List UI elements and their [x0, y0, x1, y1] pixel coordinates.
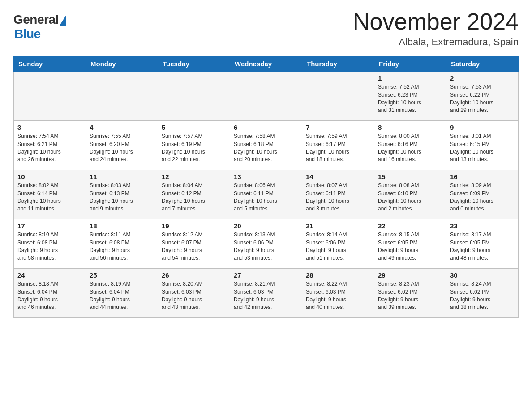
calendar-cell — [86, 72, 158, 121]
calendar-subtitle: Albala, Extremadura, Spain — [353, 36, 519, 48]
calendar-cell: 2Sunrise: 7:53 AM Sunset: 6:22 PM Daylig… — [446, 72, 519, 121]
calendar-cell: 28Sunrise: 8:22 AM Sunset: 6:03 PM Dayli… — [302, 269, 374, 318]
calendar-cell: 27Sunrise: 8:21 AM Sunset: 6:03 PM Dayli… — [230, 269, 302, 318]
day-number: 14 — [306, 173, 370, 180]
day-number: 6 — [234, 124, 298, 131]
calendar-cell: 1Sunrise: 7:52 AM Sunset: 6:23 PM Daylig… — [374, 72, 446, 121]
calendar-cell: 4Sunrise: 7:55 AM Sunset: 6:20 PM Daylig… — [86, 121, 158, 170]
day-number: 10 — [17, 173, 82, 180]
calendar-cell — [230, 72, 302, 121]
day-number: 7 — [306, 124, 370, 131]
day-number: 8 — [378, 124, 442, 131]
calendar-cell — [14, 72, 86, 121]
calendar-cell: 20Sunrise: 8:13 AM Sunset: 6:06 PM Dayli… — [230, 219, 302, 269]
calendar-cell: 12Sunrise: 8:04 AM Sunset: 6:12 PM Dayli… — [158, 170, 230, 219]
day-number: 21 — [306, 222, 370, 230]
day-number: 27 — [234, 271, 298, 279]
calendar-cell: 8Sunrise: 8:00 AM Sunset: 6:16 PM Daylig… — [374, 121, 446, 170]
day-info: Sunrise: 7:58 AM Sunset: 6:18 PM Dayligh… — [234, 133, 277, 163]
day-number: 3 — [17, 124, 82, 131]
day-info: Sunrise: 7:57 AM Sunset: 6:19 PM Dayligh… — [162, 133, 205, 163]
day-number: 5 — [162, 124, 226, 131]
day-number: 19 — [162, 222, 226, 230]
calendar-cell: 23Sunrise: 8:17 AM Sunset: 6:05 PM Dayli… — [446, 219, 519, 269]
logo-general-text: General — [13, 13, 59, 27]
day-info: Sunrise: 8:13 AM Sunset: 6:06 PM Dayligh… — [234, 231, 275, 261]
calendar-cell: 9Sunrise: 8:01 AM Sunset: 6:15 PM Daylig… — [446, 121, 519, 170]
day-number: 30 — [450, 271, 515, 279]
day-info: Sunrise: 8:21 AM Sunset: 6:03 PM Dayligh… — [234, 281, 275, 310]
weekday-header-friday: Friday — [374, 56, 446, 72]
calendar-cell: 29Sunrise: 8:23 AM Sunset: 6:02 PM Dayli… — [374, 269, 446, 318]
calendar-cell: 17Sunrise: 8:10 AM Sunset: 6:08 PM Dayli… — [14, 219, 86, 269]
calendar-cell — [302, 72, 374, 121]
page-header: General Blue November 2024 Albala, Extre… — [13, 9, 519, 48]
logo-triangle-icon — [60, 16, 66, 26]
day-info: Sunrise: 8:11 AM Sunset: 6:08 PM Dayligh… — [90, 231, 130, 261]
calendar-cell: 21Sunrise: 8:14 AM Sunset: 6:06 PM Dayli… — [302, 219, 374, 269]
day-info: Sunrise: 7:59 AM Sunset: 6:17 PM Dayligh… — [306, 133, 349, 163]
weekday-header-wednesday: Wednesday — [230, 56, 302, 72]
calendar-cell: 7Sunrise: 7:59 AM Sunset: 6:17 PM Daylig… — [302, 121, 374, 170]
calendar-cell: 15Sunrise: 8:08 AM Sunset: 6:10 PM Dayli… — [374, 170, 446, 219]
day-number: 23 — [450, 222, 515, 230]
calendar-cell: 16Sunrise: 8:09 AM Sunset: 6:09 PM Dayli… — [446, 170, 519, 219]
day-number: 2 — [450, 74, 515, 82]
calendar-cell: 13Sunrise: 8:06 AM Sunset: 6:11 PM Dayli… — [230, 170, 302, 219]
calendar-cell: 30Sunrise: 8:24 AM Sunset: 6:02 PM Dayli… — [446, 269, 519, 318]
day-number: 16 — [450, 173, 515, 180]
day-info: Sunrise: 8:06 AM Sunset: 6:11 PM Dayligh… — [234, 182, 277, 212]
calendar-week-row: 17Sunrise: 8:10 AM Sunset: 6:08 PM Dayli… — [14, 219, 519, 269]
day-info: Sunrise: 8:22 AM Sunset: 6:03 PM Dayligh… — [306, 281, 347, 310]
day-info: Sunrise: 8:01 AM Sunset: 6:15 PM Dayligh… — [450, 133, 493, 163]
day-info: Sunrise: 8:17 AM Sunset: 6:05 PM Dayligh… — [450, 231, 491, 261]
logo-blue-text: Blue — [14, 27, 41, 41]
calendar-cell: 11Sunrise: 8:03 AM Sunset: 6:13 PM Dayli… — [86, 170, 158, 219]
calendar-cell: 19Sunrise: 8:12 AM Sunset: 6:07 PM Dayli… — [158, 219, 230, 269]
day-number: 1 — [378, 74, 442, 82]
calendar-cell: 14Sunrise: 8:07 AM Sunset: 6:11 PM Dayli… — [302, 170, 374, 219]
calendar-cell: 26Sunrise: 8:20 AM Sunset: 6:03 PM Dayli… — [158, 269, 230, 318]
day-number: 29 — [378, 271, 442, 279]
calendar-cell: 25Sunrise: 8:19 AM Sunset: 6:04 PM Dayli… — [86, 269, 158, 318]
day-number: 20 — [234, 222, 298, 230]
calendar-cell: 18Sunrise: 8:11 AM Sunset: 6:08 PM Dayli… — [86, 219, 158, 269]
calendar-cell: 10Sunrise: 8:02 AM Sunset: 6:14 PM Dayli… — [14, 170, 86, 219]
day-info: Sunrise: 8:02 AM Sunset: 6:14 PM Dayligh… — [17, 182, 61, 212]
day-info: Sunrise: 8:12 AM Sunset: 6:07 PM Dayligh… — [162, 231, 202, 261]
weekday-header-thursday: Thursday — [302, 56, 374, 72]
day-number: 15 — [378, 173, 442, 180]
day-info: Sunrise: 8:08 AM Sunset: 6:10 PM Dayligh… — [378, 182, 421, 212]
calendar-cell: 22Sunrise: 8:15 AM Sunset: 6:05 PM Dayli… — [374, 219, 446, 269]
day-info: Sunrise: 8:07 AM Sunset: 6:11 PM Dayligh… — [306, 182, 349, 212]
logo: General Blue — [13, 13, 66, 41]
weekday-header-monday: Monday — [86, 56, 158, 72]
day-number: 28 — [306, 271, 370, 279]
calendar-week-row: 3Sunrise: 7:54 AM Sunset: 6:21 PM Daylig… — [14, 121, 519, 170]
title-block: November 2024 Albala, Extremadura, Spain — [353, 9, 519, 48]
day-info: Sunrise: 8:15 AM Sunset: 6:05 PM Dayligh… — [378, 231, 419, 261]
day-info: Sunrise: 8:00 AM Sunset: 6:16 PM Dayligh… — [378, 133, 421, 163]
calendar-cell: 6Sunrise: 7:58 AM Sunset: 6:18 PM Daylig… — [230, 121, 302, 170]
weekday-header-row: SundayMondayTuesdayWednesdayThursdayFrid… — [14, 56, 519, 72]
day-number: 18 — [90, 222, 154, 230]
day-info: Sunrise: 7:55 AM Sunset: 6:20 PM Dayligh… — [90, 133, 133, 163]
day-number: 26 — [162, 271, 226, 279]
day-number: 13 — [234, 173, 298, 180]
calendar-cell: 3Sunrise: 7:54 AM Sunset: 6:21 PM Daylig… — [14, 121, 86, 170]
day-number: 12 — [162, 173, 226, 180]
day-info: Sunrise: 8:09 AM Sunset: 6:09 PM Dayligh… — [450, 182, 493, 212]
calendar-cell — [158, 72, 230, 121]
day-info: Sunrise: 8:18 AM Sunset: 6:04 PM Dayligh… — [17, 281, 58, 310]
day-info: Sunrise: 8:23 AM Sunset: 6:02 PM Dayligh… — [378, 281, 419, 310]
calendar-week-row: 24Sunrise: 8:18 AM Sunset: 6:04 PM Dayli… — [14, 269, 519, 318]
day-number: 17 — [17, 222, 82, 230]
day-number: 24 — [17, 271, 82, 279]
calendar-title: November 2024 — [353, 9, 519, 34]
weekday-header-saturday: Saturday — [446, 56, 519, 72]
calendar-week-row: 10Sunrise: 8:02 AM Sunset: 6:14 PM Dayli… — [14, 170, 519, 219]
weekday-header-sunday: Sunday — [14, 56, 86, 72]
calendar-week-row: 1Sunrise: 7:52 AM Sunset: 6:23 PM Daylig… — [14, 72, 519, 121]
day-info: Sunrise: 8:19 AM Sunset: 6:04 PM Dayligh… — [90, 281, 130, 310]
calendar-cell: 5Sunrise: 7:57 AM Sunset: 6:19 PM Daylig… — [158, 121, 230, 170]
